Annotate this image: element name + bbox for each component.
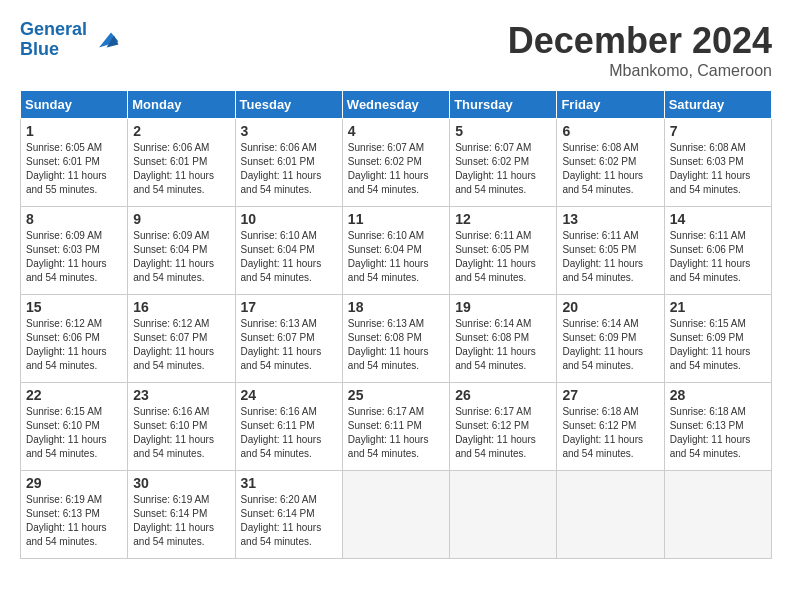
day-number: 4 xyxy=(348,123,444,139)
day-number: 3 xyxy=(241,123,337,139)
day-info: Sunrise: 6:15 AM Sunset: 6:09 PM Dayligh… xyxy=(670,318,751,371)
calendar-cell: 25 Sunrise: 6:17 AM Sunset: 6:11 PM Dayl… xyxy=(342,383,449,471)
day-info: Sunrise: 6:14 AM Sunset: 6:09 PM Dayligh… xyxy=(562,318,643,371)
calendar-cell: 6 Sunrise: 6:08 AM Sunset: 6:02 PM Dayli… xyxy=(557,119,664,207)
day-info: Sunrise: 6:19 AM Sunset: 6:14 PM Dayligh… xyxy=(133,494,214,547)
logo-icon xyxy=(90,25,120,55)
calendar-cell: 27 Sunrise: 6:18 AM Sunset: 6:12 PM Dayl… xyxy=(557,383,664,471)
day-info: Sunrise: 6:18 AM Sunset: 6:12 PM Dayligh… xyxy=(562,406,643,459)
day-number: 19 xyxy=(455,299,551,315)
day-number: 21 xyxy=(670,299,766,315)
day-info: Sunrise: 6:10 AM Sunset: 6:04 PM Dayligh… xyxy=(348,230,429,283)
calendar-cell: 20 Sunrise: 6:14 AM Sunset: 6:09 PM Dayl… xyxy=(557,295,664,383)
day-of-week-header: Tuesday xyxy=(235,91,342,119)
calendar-cell: 12 Sunrise: 6:11 AM Sunset: 6:05 PM Dayl… xyxy=(450,207,557,295)
day-info: Sunrise: 6:09 AM Sunset: 6:04 PM Dayligh… xyxy=(133,230,214,283)
calendar-cell: 30 Sunrise: 6:19 AM Sunset: 6:14 PM Dayl… xyxy=(128,471,235,559)
calendar-cell: 22 Sunrise: 6:15 AM Sunset: 6:10 PM Dayl… xyxy=(21,383,128,471)
calendar-cell: 4 Sunrise: 6:07 AM Sunset: 6:02 PM Dayli… xyxy=(342,119,449,207)
day-number: 1 xyxy=(26,123,122,139)
day-info: Sunrise: 6:18 AM Sunset: 6:13 PM Dayligh… xyxy=(670,406,751,459)
day-info: Sunrise: 6:08 AM Sunset: 6:02 PM Dayligh… xyxy=(562,142,643,195)
day-number: 11 xyxy=(348,211,444,227)
day-info: Sunrise: 6:13 AM Sunset: 6:07 PM Dayligh… xyxy=(241,318,322,371)
day-number: 25 xyxy=(348,387,444,403)
page-header: General Blue December 2024 Mbankomo, Cam… xyxy=(20,20,772,80)
day-number: 29 xyxy=(26,475,122,491)
calendar-cell: 19 Sunrise: 6:14 AM Sunset: 6:08 PM Dayl… xyxy=(450,295,557,383)
day-number: 22 xyxy=(26,387,122,403)
calendar-cell: 13 Sunrise: 6:11 AM Sunset: 6:05 PM Dayl… xyxy=(557,207,664,295)
day-info: Sunrise: 6:10 AM Sunset: 6:04 PM Dayligh… xyxy=(241,230,322,283)
day-number: 31 xyxy=(241,475,337,491)
day-of-week-header: Monday xyxy=(128,91,235,119)
day-info: Sunrise: 6:06 AM Sunset: 6:01 PM Dayligh… xyxy=(133,142,214,195)
calendar-week-row: 8 Sunrise: 6:09 AM Sunset: 6:03 PM Dayli… xyxy=(21,207,772,295)
day-info: Sunrise: 6:09 AM Sunset: 6:03 PM Dayligh… xyxy=(26,230,107,283)
day-info: Sunrise: 6:14 AM Sunset: 6:08 PM Dayligh… xyxy=(455,318,536,371)
calendar-cell xyxy=(450,471,557,559)
day-info: Sunrise: 6:12 AM Sunset: 6:06 PM Dayligh… xyxy=(26,318,107,371)
day-info: Sunrise: 6:15 AM Sunset: 6:10 PM Dayligh… xyxy=(26,406,107,459)
day-number: 24 xyxy=(241,387,337,403)
logo-text: General Blue xyxy=(20,20,87,60)
day-info: Sunrise: 6:17 AM Sunset: 6:12 PM Dayligh… xyxy=(455,406,536,459)
day-info: Sunrise: 6:12 AM Sunset: 6:07 PM Dayligh… xyxy=(133,318,214,371)
title-block: December 2024 Mbankomo, Cameroon xyxy=(508,20,772,80)
day-number: 15 xyxy=(26,299,122,315)
day-number: 10 xyxy=(241,211,337,227)
day-number: 9 xyxy=(133,211,229,227)
calendar-cell: 9 Sunrise: 6:09 AM Sunset: 6:04 PM Dayli… xyxy=(128,207,235,295)
day-number: 12 xyxy=(455,211,551,227)
calendar-cell: 23 Sunrise: 6:16 AM Sunset: 6:10 PM Dayl… xyxy=(128,383,235,471)
calendar-week-row: 1 Sunrise: 6:05 AM Sunset: 6:01 PM Dayli… xyxy=(21,119,772,207)
calendar-cell: 5 Sunrise: 6:07 AM Sunset: 6:02 PM Dayli… xyxy=(450,119,557,207)
day-of-week-header: Friday xyxy=(557,91,664,119)
location: Mbankomo, Cameroon xyxy=(508,62,772,80)
day-info: Sunrise: 6:07 AM Sunset: 6:02 PM Dayligh… xyxy=(348,142,429,195)
day-info: Sunrise: 6:16 AM Sunset: 6:10 PM Dayligh… xyxy=(133,406,214,459)
day-number: 5 xyxy=(455,123,551,139)
day-number: 18 xyxy=(348,299,444,315)
day-number: 27 xyxy=(562,387,658,403)
calendar-cell: 16 Sunrise: 6:12 AM Sunset: 6:07 PM Dayl… xyxy=(128,295,235,383)
day-info: Sunrise: 6:19 AM Sunset: 6:13 PM Dayligh… xyxy=(26,494,107,547)
calendar-cell xyxy=(342,471,449,559)
day-number: 13 xyxy=(562,211,658,227)
day-info: Sunrise: 6:06 AM Sunset: 6:01 PM Dayligh… xyxy=(241,142,322,195)
day-number: 6 xyxy=(562,123,658,139)
calendar-week-row: 22 Sunrise: 6:15 AM Sunset: 6:10 PM Dayl… xyxy=(21,383,772,471)
calendar-cell: 15 Sunrise: 6:12 AM Sunset: 6:06 PM Dayl… xyxy=(21,295,128,383)
day-info: Sunrise: 6:05 AM Sunset: 6:01 PM Dayligh… xyxy=(26,142,107,195)
day-info: Sunrise: 6:17 AM Sunset: 6:11 PM Dayligh… xyxy=(348,406,429,459)
day-number: 23 xyxy=(133,387,229,403)
calendar-cell: 8 Sunrise: 6:09 AM Sunset: 6:03 PM Dayli… xyxy=(21,207,128,295)
day-info: Sunrise: 6:11 AM Sunset: 6:05 PM Dayligh… xyxy=(562,230,643,283)
day-of-week-header: Thursday xyxy=(450,91,557,119)
day-number: 16 xyxy=(133,299,229,315)
calendar-cell: 24 Sunrise: 6:16 AM Sunset: 6:11 PM Dayl… xyxy=(235,383,342,471)
day-number: 7 xyxy=(670,123,766,139)
calendar-cell: 17 Sunrise: 6:13 AM Sunset: 6:07 PM Dayl… xyxy=(235,295,342,383)
day-number: 2 xyxy=(133,123,229,139)
calendar-cell: 3 Sunrise: 6:06 AM Sunset: 6:01 PM Dayli… xyxy=(235,119,342,207)
calendar-cell: 21 Sunrise: 6:15 AM Sunset: 6:09 PM Dayl… xyxy=(664,295,771,383)
day-of-week-header: Sunday xyxy=(21,91,128,119)
day-info: Sunrise: 6:11 AM Sunset: 6:06 PM Dayligh… xyxy=(670,230,751,283)
day-number: 26 xyxy=(455,387,551,403)
day-number: 8 xyxy=(26,211,122,227)
calendar-cell: 2 Sunrise: 6:06 AM Sunset: 6:01 PM Dayli… xyxy=(128,119,235,207)
day-of-week-header: Saturday xyxy=(664,91,771,119)
calendar-cell: 1 Sunrise: 6:05 AM Sunset: 6:01 PM Dayli… xyxy=(21,119,128,207)
day-info: Sunrise: 6:08 AM Sunset: 6:03 PM Dayligh… xyxy=(670,142,751,195)
day-number: 14 xyxy=(670,211,766,227)
calendar-cell: 18 Sunrise: 6:13 AM Sunset: 6:08 PM Dayl… xyxy=(342,295,449,383)
day-info: Sunrise: 6:11 AM Sunset: 6:05 PM Dayligh… xyxy=(455,230,536,283)
day-info: Sunrise: 6:20 AM Sunset: 6:14 PM Dayligh… xyxy=(241,494,322,547)
calendar-cell xyxy=(557,471,664,559)
day-number: 28 xyxy=(670,387,766,403)
calendar-cell: 7 Sunrise: 6:08 AM Sunset: 6:03 PM Dayli… xyxy=(664,119,771,207)
day-number: 30 xyxy=(133,475,229,491)
calendar-week-row: 29 Sunrise: 6:19 AM Sunset: 6:13 PM Dayl… xyxy=(21,471,772,559)
calendar-cell: 28 Sunrise: 6:18 AM Sunset: 6:13 PM Dayl… xyxy=(664,383,771,471)
